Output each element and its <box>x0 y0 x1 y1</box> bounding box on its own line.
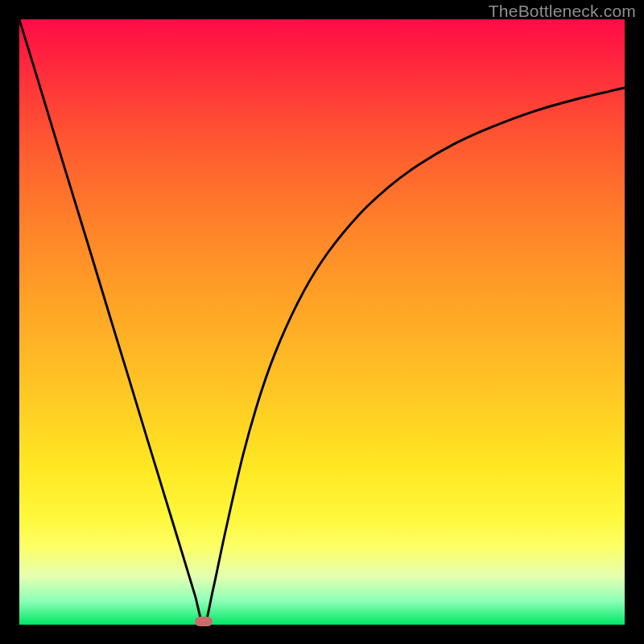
chart-frame: TheBottleneck.com <box>0 0 644 644</box>
plot-area <box>19 19 625 625</box>
optimal-point-marker <box>195 617 213 626</box>
watermark-text: TheBottleneck.com <box>489 2 636 21</box>
bottleneck-curve <box>19 19 625 625</box>
curve-path <box>19 19 625 625</box>
